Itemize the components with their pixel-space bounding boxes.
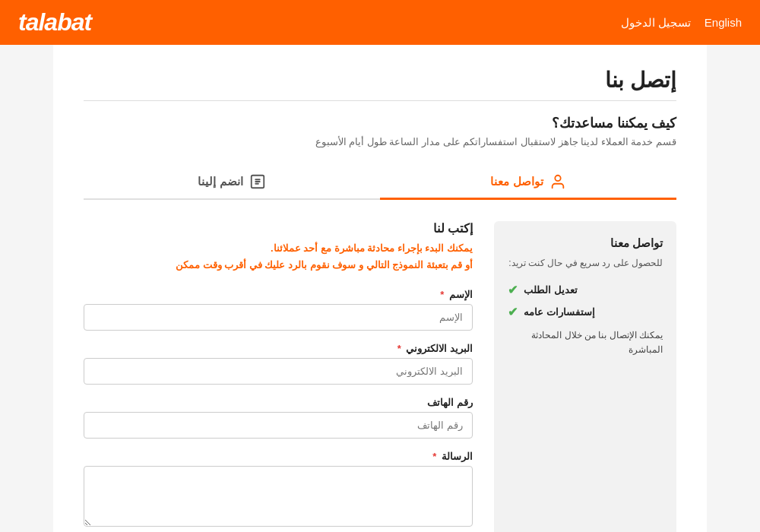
form-section: إكتب لنا يمكنك البدء بإجراء محادثة مباشر… [84, 221, 473, 532]
email-required-star: * [397, 343, 401, 354]
phone-label: رقم الهاتف [84, 397, 473, 408]
form-title: إكتب لنا [84, 221, 473, 236]
message-input[interactable] [84, 466, 473, 527]
name-required-star: * [440, 289, 444, 300]
name-input[interactable] [84, 304, 473, 331]
phone-input[interactable] [84, 412, 473, 439]
email-input[interactable] [84, 358, 473, 385]
form-desc-part2: مع أحد عملائنا. [271, 242, 331, 254]
contact-sidebar: تواصل معنا للحصول على رد سريع في حال كنت… [494, 221, 676, 532]
email-label: البريد الالكتروني * [84, 343, 473, 354]
svg-point-0 [555, 176, 560, 181]
message-required-star: * [432, 451, 436, 462]
name-field: الإسم * [84, 289, 473, 331]
tab-contact-label: تواصل معنا [490, 175, 543, 188]
help-title: كيف يمكننا مساعدتك؟ [84, 115, 676, 131]
form-desc: يمكنك البدء بإجراء محادثة مباشرة مع أحد … [84, 240, 473, 274]
join-icon [249, 173, 266, 190]
sidebar-title: تواصل معنا [508, 236, 663, 250]
message-label: الرسالة * [84, 451, 473, 462]
main-content: إتصل بنا كيف يمكننا مساعدتك؟ قسم خدمة ال… [53, 45, 707, 532]
sidebar-desc: للحصول على رد سريع في حال كنت تريد: [508, 256, 663, 271]
email-field: البريد الالكتروني * [84, 343, 473, 385]
phone-field: رقم الهاتف [84, 397, 473, 439]
page-title: إتصل بنا [84, 68, 676, 93]
login-link[interactable]: تسجيل الدخول [621, 16, 691, 30]
check-icon-1: ✔ [508, 283, 518, 297]
form-desc-part1: يمكنك البدء بإجراء [397, 242, 473, 254]
contact-icon [549, 173, 566, 190]
message-field: الرسالة * [84, 451, 473, 530]
help-desc: قسم خدمة العملاء لدينا جاهز لاستقبال است… [84, 136, 676, 147]
tab-join-label: انضم إلينا [198, 175, 242, 188]
logo: talabat [18, 8, 91, 36]
content-area: تواصل معنا للحصول على رد سريع في حال كنت… [84, 221, 676, 532]
divider [84, 100, 676, 101]
header-nav: English تسجيل الدخول [621, 16, 742, 30]
tabs: تواصل معنا انضم إلينا [84, 166, 676, 200]
name-label: الإسم * [84, 289, 473, 300]
english-link[interactable]: English [705, 16, 742, 29]
tab-join[interactable]: انضم إلينا [84, 166, 380, 200]
tab-contact[interactable]: تواصل معنا [380, 166, 676, 200]
sidebar-link-text: يمكنك الإتصال بنا من خلال المحادثة المبا… [508, 328, 663, 357]
header: English تسجيل الدخول talabat [0, 0, 760, 45]
sidebar-item-1-label: تعديل الطلب [524, 284, 578, 296]
form-desc2: أو قم بتعبئة النموذج التالي و سوف نقوم ب… [176, 259, 473, 271]
sidebar-item-1: تعديل الطلب ✔ [508, 283, 663, 297]
form-desc-highlight: محادثة مباشرة [334, 242, 395, 254]
sidebar-item-2: إستفسارات عامه ✔ [508, 305, 663, 319]
sidebar-item-2-label: إستفسارات عامه [524, 306, 595, 318]
check-icon-2: ✔ [508, 305, 518, 319]
